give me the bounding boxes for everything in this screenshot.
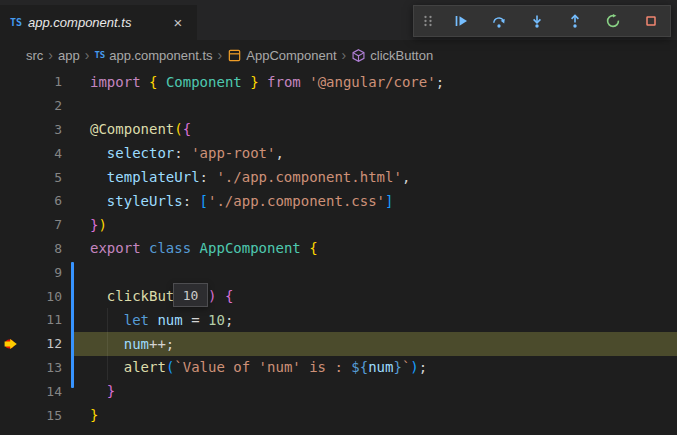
line-number: 6 — [22, 193, 62, 208]
gutter-breakpoint-area[interactable] — [0, 213, 22, 237]
code-text: } — [62, 383, 677, 399]
line-number: 12 — [22, 336, 62, 351]
toolbar-drag-handle[interactable] — [414, 6, 442, 36]
code-line-2[interactable]: 2 — [0, 94, 677, 118]
code-line-8[interactable]: 8export class AppComponent { — [0, 237, 677, 261]
gutter-breakpoint-area[interactable] — [0, 118, 22, 142]
breadcrumb-item-app-component-ts[interactable]: TSapp.component.ts — [94, 48, 212, 63]
line-number: 4 — [22, 146, 62, 161]
debug-value-hover: 10 — [173, 283, 208, 307]
stop-button[interactable] — [632, 6, 670, 36]
code-lines: 1import { Component } from '@angular/cor… — [0, 70, 677, 427]
breadcrumb-label: clickButton — [370, 48, 433, 63]
breadcrumb-label: app.component.ts — [109, 48, 212, 63]
line-number: 2 — [22, 98, 62, 113]
line-number: 15 — [22, 408, 62, 423]
code-line-14[interactable]: 14 } — [0, 379, 677, 403]
code-editor: 1import { Component } from '@angular/cor… — [0, 70, 677, 427]
line-number: 7 — [22, 217, 62, 232]
breadcrumb-item-app[interactable]: app — [58, 48, 80, 63]
code-line-3[interactable]: 3@Component({ — [0, 118, 677, 142]
code-text: templateUrl: './app.component.html', — [62, 169, 677, 185]
gutter-breakpoint-area[interactable] — [0, 237, 22, 261]
code-text: clickButton() { — [62, 288, 677, 304]
code-line-10[interactable]: 10 clickButton() { — [0, 284, 677, 308]
continue-button[interactable] — [442, 6, 480, 36]
code-text: }) — [62, 217, 677, 233]
line-number: 1 — [22, 74, 62, 89]
typescript-icon: TS — [10, 17, 22, 28]
gutter-breakpoint-area[interactable] — [0, 284, 22, 308]
code-line-6[interactable]: 6 styleUrls: ['./app.component.css'] — [0, 189, 677, 213]
symbol-method-icon — [351, 48, 366, 63]
step-over-button[interactable] — [480, 6, 518, 36]
chevron-right-icon: › — [218, 47, 223, 63]
code-line-12[interactable]: 12 num++; — [0, 332, 677, 356]
breadcrumb-label: src — [26, 48, 43, 63]
breadcrumb-item-src[interactable]: src — [26, 48, 43, 63]
gutter-breakpoint-area[interactable] — [0, 379, 22, 403]
step-out-button[interactable] — [556, 6, 594, 36]
code-line-5[interactable]: 5 templateUrl: './app.component.html', — [0, 165, 677, 189]
code-line-9[interactable]: 9 — [0, 260, 677, 284]
line-number: 3 — [22, 122, 62, 137]
step-out-icon — [567, 13, 583, 29]
breadcrumb-label: AppComponent — [246, 48, 336, 63]
symbol-class-icon — [227, 48, 242, 63]
gutter-breakpoint-area[interactable] — [0, 356, 22, 380]
code-text: } — [62, 407, 677, 423]
chevron-right-icon: › — [85, 47, 90, 63]
continue-icon — [453, 13, 469, 29]
step-over-icon — [491, 13, 507, 29]
gutter-breakpoint-area[interactable] — [0, 141, 22, 165]
line-number: 11 — [22, 312, 62, 327]
stop-icon — [643, 13, 659, 29]
chevron-right-icon: › — [342, 47, 347, 63]
breadcrumb: src›app›TSapp.component.ts›AppComponent›… — [0, 40, 677, 70]
line-number: 10 — [22, 289, 62, 304]
code-line-15[interactable]: 15} — [0, 403, 677, 427]
code-line-1[interactable]: 1import { Component } from '@angular/cor… — [0, 70, 677, 94]
current-stack-frame-icon[interactable] — [0, 332, 22, 356]
code-line-7[interactable]: 7}) — [0, 213, 677, 237]
debug-hover-value: 10 — [183, 288, 199, 303]
code-line-11[interactable]: 11 let num = 10; — [0, 308, 677, 332]
gutter-breakpoint-area[interactable] — [0, 94, 22, 118]
step-into-icon — [529, 13, 545, 29]
line-number: 8 — [22, 241, 62, 256]
breadcrumb-item-appcomponent[interactable]: AppComponent — [227, 48, 336, 63]
close-icon[interactable]: × — [169, 15, 187, 30]
code-text: styleUrls: ['./app.component.css'] — [62, 193, 677, 209]
chevron-right-icon: › — [48, 47, 53, 63]
code-text: export class AppComponent { — [62, 240, 677, 256]
restart-button[interactable] — [594, 6, 632, 36]
restart-icon — [605, 13, 621, 29]
code-text: alert(`Value of 'num' is : ${num}`); — [62, 359, 677, 375]
debug-toolbar — [413, 5, 671, 37]
tab-app-component-ts[interactable]: TS app.component.ts × — [0, 5, 197, 40]
gutter-breakpoint-area[interactable] — [0, 70, 22, 94]
gutter-breakpoint-area[interactable] — [0, 308, 22, 332]
gutter-breakpoint-area[interactable] — [0, 403, 22, 427]
indent-guide — [107, 308, 108, 380]
breadcrumb-label: app — [58, 48, 80, 63]
code-text: @Component({ — [62, 121, 677, 137]
breadcrumb-item-clickbutton[interactable]: clickButton — [351, 48, 433, 63]
gutter-breakpoint-area[interactable] — [0, 165, 22, 189]
line-number: 14 — [22, 384, 62, 399]
gutter-breakpoint-area[interactable] — [0, 189, 22, 213]
tab-label: app.component.ts — [28, 15, 131, 30]
code-text: let num = 10; — [62, 312, 677, 328]
line-number: 13 — [22, 360, 62, 375]
line-number: 9 — [22, 265, 62, 280]
code-line-13[interactable]: 13 alert(`Value of 'num' is : ${num}`); — [0, 356, 677, 380]
gutter-breakpoint-area[interactable] — [0, 260, 22, 284]
code-text: import { Component } from '@angular/core… — [62, 74, 677, 90]
active-scope-indicator — [71, 262, 74, 388]
typescript-icon: TS — [94, 50, 105, 60]
code-line-4[interactable]: 4 selector: 'app-root', — [0, 141, 677, 165]
step-into-button[interactable] — [518, 6, 556, 36]
code-text: num++; — [62, 336, 677, 352]
code-text: selector: 'app-root', — [62, 145, 677, 161]
gripper-icon — [420, 13, 436, 29]
